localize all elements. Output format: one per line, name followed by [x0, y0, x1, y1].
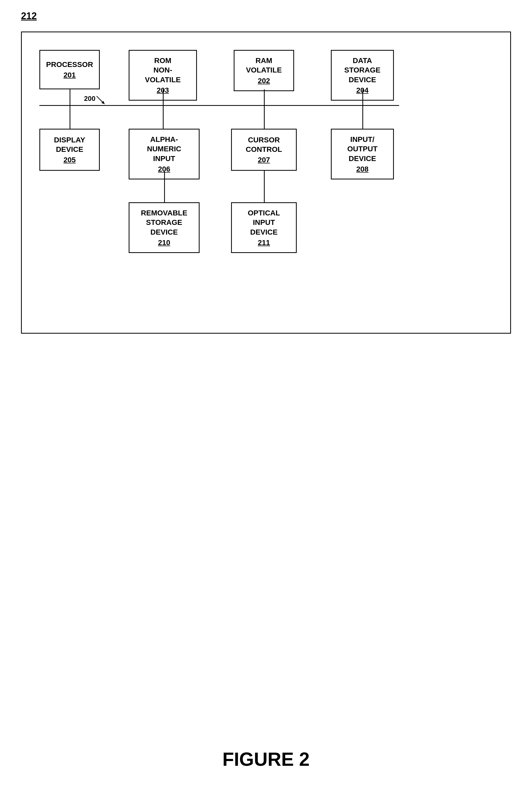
optical-input-box: OPTICALINPUTDEVICE 211	[231, 202, 297, 253]
v-bus-to-alpha	[163, 106, 164, 130]
processor-number: 201	[63, 71, 76, 79]
figure-caption: FIGURE 2	[0, 749, 532, 770]
display-number: 205	[63, 156, 76, 164]
v-data-to-bus	[362, 89, 363, 105]
cursor-box: CURSORCONTROL 207	[231, 129, 297, 171]
v-proc-to-bus	[70, 89, 70, 105]
ram-box: RAMVOLATILE 202	[234, 50, 294, 91]
v-bus-to-display	[70, 106, 70, 130]
page-number: 212	[21, 11, 37, 21]
bus-line	[39, 105, 399, 106]
bus-arrow	[94, 94, 110, 107]
v-bus-to-cursor	[264, 106, 265, 130]
ram-number: 202	[258, 77, 270, 85]
removable-number: 210	[158, 239, 170, 247]
io-number: 208	[356, 165, 369, 173]
v-bus-to-io	[362, 106, 363, 130]
v-rom-to-bus	[163, 89, 164, 105]
cursor-label: CURSORCONTROL	[246, 135, 282, 154]
diagram-area: PROCESSOR 201 ROMNON-VOLATILE 203 RAMVOL…	[34, 42, 507, 331]
ram-label: RAMVOLATILE	[246, 56, 282, 75]
data-storage-label: DATASTORAGEDEVICE	[344, 56, 380, 84]
processor-box: PROCESSOR 201	[39, 50, 100, 89]
removable-storage-box: REMOVABLESTORAGEDEVICE 210	[129, 202, 200, 253]
alpha-label: ALPHA-NUMERIC INPUT	[137, 135, 191, 164]
v-cursor-to-optical	[264, 171, 265, 202]
cursor-number: 207	[258, 156, 270, 164]
optical-number: 211	[258, 239, 270, 247]
v-ram-to-bus	[264, 89, 265, 105]
v-alpha-to-removable	[164, 171, 165, 202]
io-box: INPUT/OUTPUTDEVICE 208	[331, 129, 394, 180]
removable-label: REMOVABLESTORAGEDEVICE	[141, 208, 188, 237]
io-label: INPUT/OUTPUTDEVICE	[347, 135, 377, 164]
display-label: DISPLAYDEVICE	[54, 135, 86, 154]
rom-label: ROMNON-VOLATILE	[137, 56, 188, 84]
processor-label: PROCESSOR	[46, 60, 93, 69]
bus-label: 200	[84, 95, 95, 103]
optical-label: OPTICALINPUTDEVICE	[248, 208, 280, 237]
display-box: DISPLAYDEVICE 205	[39, 129, 100, 171]
